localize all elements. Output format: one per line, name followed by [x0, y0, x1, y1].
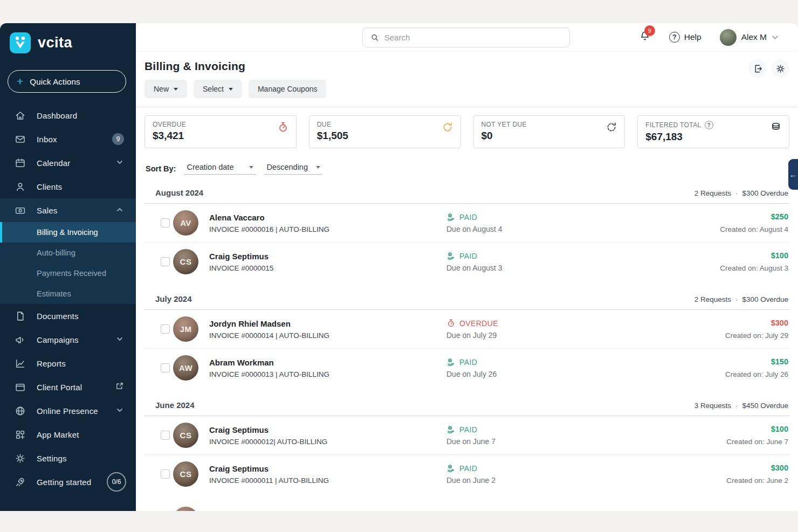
sidebar-subitem-payments-received[interactable]: Payments Received — [0, 263, 136, 284]
sidebar-item-documents[interactable]: Documents — [0, 304, 136, 328]
sidebar: vcita + Quick Actions Dashboard Inbox 9 … — [0, 23, 136, 511]
sidebar-subitem-label: Billing & Invoicing — [37, 228, 98, 237]
sidebar-item-client-portal[interactable]: Client Portal — [0, 375, 136, 399]
sidebar-item-settings[interactable]: Settings — [0, 446, 136, 470]
plus-icon: + — [17, 75, 23, 87]
search-input[interactable] — [384, 33, 562, 42]
invoice-row[interactable]: AW Abram Workman INVOICE #0000013 | AUTO… — [145, 348, 789, 387]
chevron-down-icon — [116, 406, 123, 416]
card-due: DUE $1,505 — [309, 115, 461, 148]
created-date: Created on: June 7 — [675, 438, 788, 446]
invoice-row[interactable]: CS Craig Septimus INVOICE #0000011 | AUT… — [145, 454, 789, 493]
getting-started-progress-badge: 0/6 — [107, 472, 126, 492]
card-label: DUE — [317, 121, 453, 128]
globe-icon — [14, 405, 26, 417]
sidebar-nav: Dashboard Inbox 9 Calendar Clients Sales — [0, 100, 136, 511]
status-label: PAID — [459, 213, 477, 222]
sidebar-subitem-billing-invoicing[interactable]: Billing & Invoicing — [0, 222, 136, 243]
quick-actions-button[interactable]: + Quick Actions — [8, 70, 126, 93]
calendar-icon — [14, 157, 26, 169]
select-button[interactable]: Select — [194, 80, 242, 98]
group-header: June 2024 3 Requests · $450 Overdue — [145, 400, 789, 416]
arrow-left-icon: ← — [789, 170, 797, 179]
notifications-button[interactable]: 9 — [639, 30, 651, 44]
sidebar-item-calendar[interactable]: Calendar — [0, 151, 136, 175]
sidebar-item-online-presence[interactable]: Online Presence — [0, 399, 136, 423]
due-date: Due on July 29 — [446, 331, 675, 340]
invoice-row[interactable]: CS Craig Septimus INVOICE #0000012| AUTO… — [145, 416, 789, 454]
export-button[interactable] — [748, 59, 767, 78]
sidebar-item-getting-started[interactable]: Getting started 0/6 — [0, 470, 136, 494]
global-search[interactable] — [362, 27, 570, 47]
group-requests-count: 2 Requests — [694, 189, 731, 197]
invoice-number: INVOICE #0000012| AUTO-BILLING — [209, 438, 446, 446]
created-date: Created on: August 4 — [675, 225, 788, 233]
card-value: $0 — [481, 130, 617, 142]
client-name: Craig Septimus — [209, 464, 446, 473]
sidebar-item-campaigns[interactable]: Campaigns — [0, 328, 136, 351]
group-overdue-total: $300 Overdue — [742, 189, 788, 197]
sidebar-item-inbox[interactable]: Inbox 9 — [0, 127, 136, 151]
card-not-yet-due: NOT YET DUE $0 — [473, 115, 625, 148]
due-date: Due on August 3 — [446, 264, 675, 272]
row-checkbox[interactable] — [161, 324, 170, 334]
megaphone-icon — [14, 334, 26, 346]
panel-collapse-toggle[interactable]: ← — [788, 159, 798, 190]
topbar: 9 ? Help Alex M — [136, 23, 798, 52]
row-checkbox[interactable] — [161, 469, 170, 479]
invoice-amount: $300 — [675, 464, 788, 472]
row-checkbox[interactable] — [161, 431, 170, 440]
sidebar-item-label: Documents — [37, 312, 127, 321]
sidebar-item-app-market[interactable]: App Market — [0, 423, 136, 446]
sort-direction-dropdown[interactable]: Descending — [264, 163, 322, 175]
sidebar-item-label: App Market — [37, 430, 127, 439]
invoice-number: INVOICE #0000011 | AUTO-BILLING — [209, 476, 446, 485]
sidebar-item-dashboard[interactable]: Dashboard — [0, 103, 136, 127]
chevron-down-icon — [116, 158, 123, 168]
row-checkbox[interactable] — [161, 363, 170, 372]
home-icon — [14, 109, 26, 121]
status-badge: OVERDUE — [446, 319, 675, 328]
status-label: OVERDUE — [459, 319, 498, 328]
sidebar-subitem-estimates[interactable]: Estimates — [0, 284, 136, 304]
created-date: Created on: June 2 — [675, 476, 788, 485]
invoice-row[interactable]: AV Alena Vaccaro INVOICE #0000016 | AUTO… — [145, 204, 789, 242]
info-icon[interactable]: ? — [705, 121, 713, 129]
due-date: Due on August 4 — [446, 225, 675, 233]
paid-icon — [446, 251, 456, 260]
sidebar-subitem-auto-billing[interactable]: Auto-billing — [0, 243, 136, 263]
sidebar-item-reports[interactable]: Reports — [0, 351, 136, 375]
paid-icon — [446, 425, 456, 434]
invoice-number: INVOICE #0000014 | AUTO-BILLING — [209, 331, 446, 340]
invoice-number: INVOICE #0000013 | AUTO-BILLING — [209, 370, 446, 378]
sort-by-label: Sort By: — [146, 164, 176, 173]
caret-down-icon — [249, 166, 253, 169]
settings-button[interactable] — [771, 59, 789, 78]
row-checkbox[interactable] — [161, 218, 170, 227]
status-label: PAID — [459, 464, 477, 473]
new-button[interactable]: New — [145, 80, 187, 98]
group-month: August 2024 — [155, 188, 203, 197]
manage-coupons-button[interactable]: Manage Coupons — [249, 80, 327, 98]
user-menu[interactable]: Alex M — [720, 29, 779, 46]
sort-field-dropdown[interactable]: Creation date — [184, 163, 256, 175]
row-checkbox[interactable] — [161, 257, 170, 266]
client-avatar: AW — [173, 355, 198, 381]
card-value: $67,183 — [645, 131, 781, 143]
client-name: Alena Vaccaro — [209, 213, 446, 222]
created-date: Created on: July 29 — [675, 331, 788, 340]
caret-down-icon — [174, 88, 178, 91]
sidebar-item-sales[interactable]: Sales — [0, 198, 136, 222]
sidebar-section-sales: Sales Billing & Invoicing Auto-billing P… — [0, 198, 136, 304]
rocket-icon — [14, 476, 26, 488]
status-label: PAID — [459, 252, 477, 260]
group-header: August 2024 2 Requests · $300 Overdue — [145, 188, 789, 204]
invoice-row[interactable]: CS Craig Septimus INVOICE #0000015 PAID … — [145, 242, 789, 281]
brand-logo[interactable]: vcita — [0, 23, 136, 59]
sort-field-value: Creation date — [187, 163, 233, 171]
content: OVERDUE $3,421 DUE $1,505 NOT YET DUE $0 — [136, 107, 798, 511]
help-button[interactable]: ? Help — [669, 32, 701, 43]
invoice-row[interactable]: JM Jordyn Rhiel Madsen INVOICE #0000014 … — [145, 310, 789, 348]
sidebar-item-clients[interactable]: Clients — [0, 175, 136, 198]
client-name: Abram Workman — [209, 358, 446, 367]
